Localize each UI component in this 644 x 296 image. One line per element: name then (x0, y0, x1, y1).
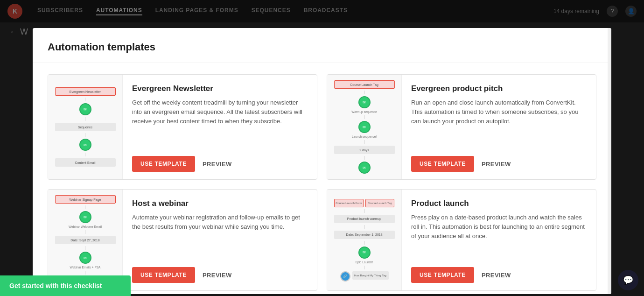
modal-overlay: × Automation templates Evergreen Newslet… (0, 0, 644, 296)
card-actions-4: USE TEMPLATE PREVIEW (411, 267, 587, 283)
card-content-4: Product launch Press play on a date-base… (402, 190, 596, 290)
checklist-label: Get started with this checklist (9, 282, 102, 289)
chat-icon[interactable]: 💬 (618, 270, 638, 290)
card-description-3: Automate your webinar registration and f… (132, 213, 308, 232)
card-title-2: Evergreen product pitch (411, 84, 587, 93)
card-content: Evergreen Newsletter Get off the weekly … (123, 75, 317, 179)
card-preview-evergreen-newsletter: Evergreen Newsletter ✉ Sequence ✉ Conten… (48, 75, 123, 179)
card-preview-product-launch: Course Launch Form Course Launch Tag Pro… (327, 190, 402, 290)
mini-diagram-4: Course Launch Form Course Launch Tag Pro… (334, 199, 395, 282)
mini-diagram-3: Webinar Signup Page ✉ Webinar Welcome Em… (55, 195, 116, 285)
scroll-indicator[interactable] (608, 28, 611, 294)
card-content-2: Evergreen product pitch Run an open and … (402, 75, 596, 179)
modal-header: Automation templates (33, 28, 611, 63)
modal-body: Evergreen Newsletter ✉ Sequence ✉ Conten… (33, 63, 611, 294)
card-preview-evergreen-product-pitch: Course Launch Tag ✉ Warmup sequence ✉ La… (327, 75, 402, 179)
preview-button-product-launch[interactable]: PREVIEW (482, 272, 511, 279)
preview-button-evergreen-newsletter[interactable]: PREVIEW (203, 161, 232, 168)
card-content-3: Host a webinar Automate your webinar reg… (123, 190, 317, 290)
card-actions: USE TEMPLATE PREVIEW (132, 156, 308, 172)
card-actions-2: USE TEMPLATE PREVIEW (411, 156, 587, 172)
card-title: Evergreen Newsletter (132, 84, 308, 93)
mini-diagram: Evergreen Newsletter ✉ Sequence ✉ Conten… (55, 87, 116, 167)
card-title-4: Product launch (411, 199, 587, 208)
use-template-button-product-pitch[interactable]: USE TEMPLATE (411, 156, 474, 172)
preview-button-webinar[interactable]: PREVIEW (203, 272, 232, 279)
card-title-3: Host a webinar (132, 199, 308, 208)
card-description-4: Press play on a date-based product launc… (411, 213, 587, 241)
use-template-button-evergreen-newsletter[interactable]: USE TEMPLATE (132, 156, 195, 172)
card-actions-3: USE TEMPLATE PREVIEW (132, 267, 308, 283)
modal-title: Automation templates (48, 41, 596, 53)
template-card-evergreen-newsletter: Evergreen Newsletter ✉ Sequence ✉ Conten… (48, 74, 317, 180)
mini-diagram-2: Course Launch Tag ✉ Warmup sequence ✉ La… (334, 80, 395, 174)
use-template-button-webinar[interactable]: USE TEMPLATE (132, 267, 195, 283)
preview-button-product-pitch[interactable]: PREVIEW (482, 161, 511, 168)
card-description-2: Run an open and close launch automatical… (411, 98, 587, 126)
card-description: Get off the weekly content treadmill by … (132, 98, 308, 126)
checklist-banner[interactable]: Get started with this checklist (0, 275, 131, 296)
template-card-evergreen-product-pitch: Course Launch Tag ✉ Warmup sequence ✉ La… (327, 74, 596, 180)
use-template-button-product-launch[interactable]: USE TEMPLATE (411, 267, 474, 283)
template-card-product-launch: Course Launch Form Course Launch Tag Pro… (327, 189, 596, 291)
automation-templates-modal: × Automation templates Evergreen Newslet… (33, 28, 611, 294)
